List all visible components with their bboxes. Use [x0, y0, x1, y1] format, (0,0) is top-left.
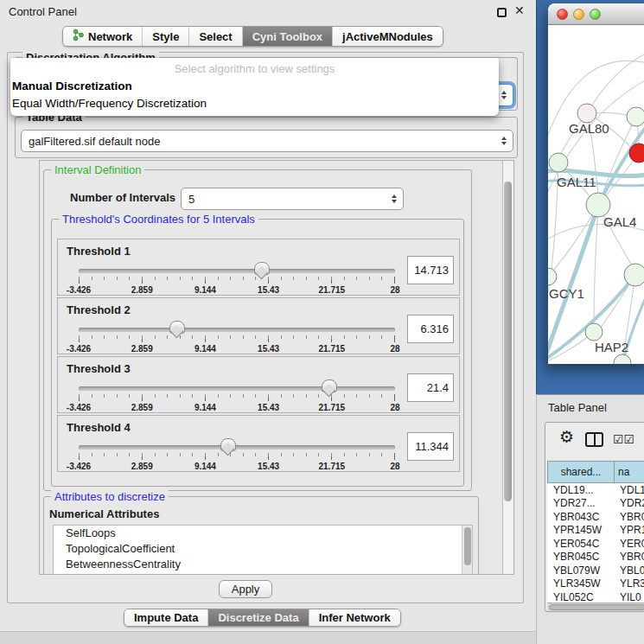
cell[interactable]: YBL079W	[547, 564, 615, 577]
tick-label: 9.144	[194, 285, 216, 295]
dropdown-item-manual-discretization[interactable]: Manual Discretization	[10, 78, 499, 95]
tab-style[interactable]: Style	[142, 27, 188, 46]
cell[interactable]: YDL1	[615, 484, 644, 496]
list-scrollbar[interactable]	[462, 526, 472, 575]
slider-track[interactable]	[79, 445, 395, 450]
column-layout-icon[interactable]	[585, 432, 603, 447]
cell[interactable]: YLR3	[615, 577, 644, 590]
tab-jactivemnodules[interactable]: jActiveMNodules	[332, 27, 443, 46]
node-gal11[interactable]	[549, 153, 568, 172]
column-header-shared[interactable]: shared...	[547, 461, 615, 483]
slider-track[interactable]	[79, 328, 395, 332]
table-row[interactable]: YBR045CYBR0	[547, 551, 644, 564]
cell[interactable]: YDL19...	[547, 484, 615, 496]
tab-impute-data[interactable]: Impute Data	[124, 609, 207, 626]
table-data-group: Table Data galFiltered.sif default node	[15, 117, 518, 158]
table-row[interactable]: YDR27...YDR2	[547, 497, 644, 511]
node-cut-right[interactable]	[624, 264, 644, 286]
node-red[interactable]	[629, 143, 644, 163]
tab-discretize-data-label: Discretize Data	[218, 611, 298, 624]
cell[interactable]: YDR27...	[547, 497, 615, 509]
tick-label: 9.144	[194, 403, 216, 412]
cell[interactable]: YBR0	[615, 511, 644, 523]
cell[interactable]: YPR1	[615, 524, 644, 536]
cell[interactable]: YBR045C	[547, 551, 615, 563]
tick-label: -3.426	[67, 344, 91, 354]
table-row[interactable]: YER054CYER0	[547, 537, 644, 551]
cell[interactable]: YDR2	[615, 497, 644, 509]
table-row[interactable]: YBL079WYBL0	[547, 564, 644, 577]
close-icon[interactable]: ✕	[514, 3, 525, 17]
table-data-combobox[interactable]: galFiltered.sif default node	[21, 130, 513, 152]
list-item[interactable]: SelfLoops	[54, 526, 472, 541]
list-item[interactable]: BetweennessCentrality	[54, 557, 472, 572]
cell[interactable]: YPR145W	[547, 524, 615, 536]
settings-scrollbar-thumb[interactable]	[504, 182, 512, 501]
cell[interactable]: YIL0	[615, 591, 641, 603]
select-columns-icon[interactable]: ☑☑	[613, 432, 634, 446]
slider-track[interactable]	[79, 269, 395, 273]
slider-ticks	[79, 277, 395, 284]
cell[interactable]: YER054C	[547, 538, 615, 550]
threshold-1-value-field[interactable]: 14.713	[407, 256, 454, 284]
node-hap2[interactable]	[585, 323, 603, 341]
cyni-toolbox-panel: Discretization Algorithm Table Data galF…	[7, 52, 524, 603]
cell[interactable]: YBR0	[615, 551, 644, 563]
threshold-2-slider[interactable]: -3.426 2.859 9.144 15.43 21.715 28	[79, 322, 395, 354]
threshold-4-slider[interactable]: -3.426 2.859 9.144 15.43 21.715 28	[79, 440, 395, 471]
network-canvas[interactable]: GAL80 GA C GAL11 GAL4 GCY1 H HAP2	[548, 25, 644, 364]
tab-network[interactable]: Network	[63, 27, 142, 46]
cell[interactable]: YIL052C	[547, 591, 615, 603]
slider-track[interactable]	[79, 386, 395, 391]
tab-jactivemnodules-label: jActiveMNodules	[342, 30, 433, 43]
combobox-arrows-icon	[501, 137, 507, 145]
tab-discretize-data[interactable]: Discretize Data	[207, 609, 308, 626]
cyni-mode-tabbar: Impute Data Discretize Data Infer Networ…	[124, 609, 401, 627]
node-cut-bottom[interactable]	[614, 354, 631, 364]
attributes-group-label: Attributes to discretize	[51, 490, 169, 503]
tick-label: 21.715	[319, 403, 346, 412]
cell[interactable]: YBL0	[615, 564, 644, 577]
cell[interactable]: YLR345W	[547, 577, 615, 590]
number-of-intervals-spinner[interactable]: 5	[181, 188, 404, 210]
table-row[interactable]: YBR043CYBR0	[547, 510, 644, 524]
threshold-3-value-field[interactable]: 21.4	[407, 373, 454, 402]
list-item[interactable]: TopologicalCoefficient	[54, 541, 472, 557]
table-row[interactable]: YIL052CYIL0	[547, 590, 644, 603]
cell[interactable]: YBR043C	[547, 511, 615, 523]
numerical-attributes-list: SelfLoops TopologicalCoefficient Between…	[53, 525, 473, 575]
table-row[interactable]: YLR345WYLR3	[547, 577, 644, 591]
table-row[interactable]: YDL19...YDL1	[547, 483, 644, 497]
close-traffic-light-icon[interactable]	[557, 9, 568, 20]
table-row[interactable]: YPR145WYPR1	[547, 524, 644, 538]
gear-icon[interactable]: ⚙	[559, 428, 574, 447]
tab-infer-network[interactable]: Infer Network	[309, 609, 400, 626]
tab-impute-data-label: Impute Data	[134, 611, 198, 624]
network-window-titlebar[interactable]	[548, 3, 644, 25]
threshold-2-label: Threshold 2	[67, 303, 131, 316]
table-horizontal-scrollbar-thumb[interactable]	[549, 604, 644, 610]
list-scrollbar-thumb[interactable]	[464, 527, 471, 565]
right-panel: GAL80 GA C GAL11 GAL4 GCY1 H HAP2 Table …	[536, 0, 644, 644]
node-gal80[interactable]	[577, 104, 596, 123]
dropdown-item-equal-width-frequency[interactable]: Equal Width/Frequency Discretization	[10, 95, 499, 112]
minimize-traffic-light-icon[interactable]	[573, 9, 584, 20]
column-header-name[interactable]: na	[615, 461, 644, 483]
threshold-4-value-field[interactable]: 11.344	[407, 432, 454, 461]
zoom-traffic-light-icon[interactable]	[590, 9, 601, 20]
threshold-1-slider[interactable]: -3.426 2.859 9.144 15.43 21.715 28	[79, 264, 395, 295]
settings-scrollbar[interactable]	[502, 161, 513, 574]
threshold-2-value-field[interactable]: 6.316	[407, 315, 454, 343]
cell[interactable]: YER0	[615, 538, 644, 550]
slider-ticks	[79, 394, 395, 401]
tab-select[interactable]: Select	[188, 27, 241, 46]
apply-button[interactable]: Apply	[219, 580, 272, 598]
float-window-icon[interactable]	[497, 8, 507, 17]
node-cut-left[interactable]	[548, 268, 557, 285]
tab-cyni-toolbox[interactable]: Cyni Toolbox	[242, 27, 332, 46]
table-horizontal-scrollbar[interactable]	[547, 603, 644, 611]
table-header-row: shared... na	[547, 461, 644, 483]
threshold-3-slider[interactable]: -3.426 2.859 9.144 15.43 21.715 28	[79, 381, 395, 412]
node-cut-top[interactable]	[627, 107, 644, 126]
node-gal4[interactable]	[586, 193, 610, 217]
